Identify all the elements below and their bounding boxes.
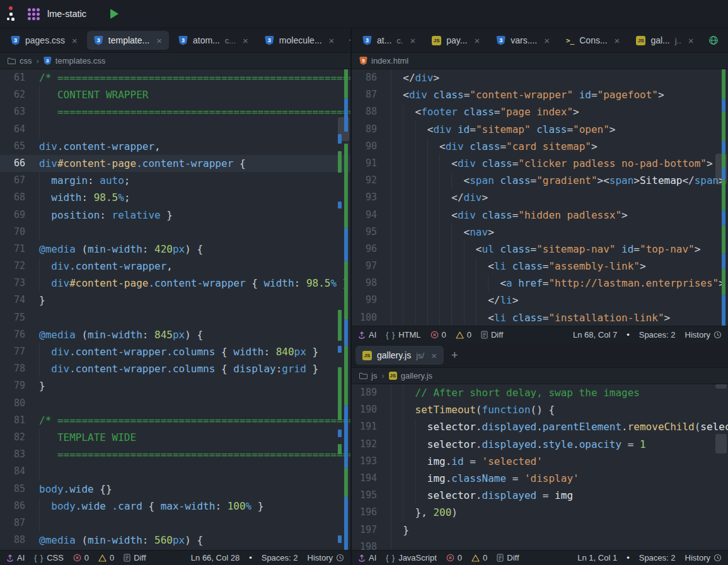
close-icon[interactable]: × (474, 35, 480, 46)
breadcrumb-item-gallery-js[interactable]: JSgallery.js (389, 371, 432, 380)
warnings-indicator[interactable]: 0 (98, 553, 114, 562)
code-line[interactable]: 194 img.className = 'display' (352, 470, 728, 487)
scrollbar[interactable] (713, 384, 728, 550)
code-line[interactable]: 63 =====================================… (0, 103, 350, 120)
language-selector[interactable]: { }JavaScript (386, 553, 437, 562)
errors-indicator[interactable]: 0 (73, 553, 89, 562)
code-line[interactable]: 94 <div class="hidden padlessx"> (352, 207, 728, 224)
code-line[interactable]: 88 <footer class="page index"> (352, 103, 728, 120)
tab-at[interactable]: 3at...c.× (355, 31, 422, 50)
code-editor[interactable]: 189 // After short delay, swap the image… (352, 384, 728, 550)
code-line[interactable]: 96 <ul class="sitemap-nav" id="top-nav"> (352, 241, 728, 258)
code-line[interactable]: 91 <div class="clicker padless no-pad-bo… (352, 155, 728, 172)
history-button[interactable]: History (685, 330, 722, 340)
code-line[interactable]: 81/* ===================================… (0, 412, 350, 429)
diff-button[interactable]: Diff (481, 330, 503, 340)
close-icon[interactable]: × (156, 35, 162, 46)
tab-vars[interactable]: 3vars....× (489, 31, 557, 50)
ai-button[interactable]: AI (358, 330, 376, 340)
code-line[interactable]: 73 div#content-page.content-wrapper { wi… (0, 275, 350, 292)
code-line[interactable]: 97 <li class="assembly-link"> (352, 258, 728, 275)
errors-indicator[interactable]: 0 (446, 553, 462, 562)
breadcrumb-item-templates-css[interactable]: 3templates.css (43, 56, 105, 66)
spaces-indicator[interactable]: Spaces: 2 (639, 553, 676, 562)
code-line[interactable]: 196 }, 200) (352, 504, 728, 521)
tab-gal[interactable]: JSgal...j..× (629, 31, 700, 50)
ai-button[interactable]: AI (6, 553, 25, 562)
workspace-grid-icon[interactable] (28, 8, 40, 20)
tab-atom[interactable]: 3atom...c...× (171, 31, 255, 50)
code-line[interactable]: 190 setTimeout(function() { (352, 401, 728, 418)
code-line[interactable]: 72 div.content-wrapper, (0, 258, 350, 275)
close-icon[interactable]: × (72, 35, 78, 46)
code-line[interactable]: 75 (0, 309, 350, 326)
breadcrumb-item-index-html[interactable]: 5index.html (359, 56, 408, 66)
code-line[interactable]: 191 selector.displayed.parentElement.rem… (352, 418, 728, 435)
project-name[interactable]: lme-static (47, 9, 86, 19)
code-line[interactable]: 78 div.content-wrapper.columns { display… (0, 360, 350, 377)
run-button[interactable] (107, 8, 122, 20)
code-line[interactable]: 76@media (min-width: 845px) { (0, 326, 350, 343)
code-line[interactable]: 87 <div class="content-wrapper" id="page… (352, 86, 728, 103)
code-line[interactable]: 62 CONTENT WRAPPER (0, 86, 350, 103)
cursor-position[interactable]: Ln 1, Col 1 (577, 553, 617, 562)
history-button[interactable]: History (308, 553, 344, 562)
close-icon[interactable]: × (410, 35, 415, 46)
globe-icon[interactable] (703, 35, 724, 45)
scrollbar[interactable] (335, 69, 350, 550)
breadcrumb-item-css[interactable]: css (8, 56, 32, 66)
warnings-indicator[interactable]: 0 (456, 330, 471, 340)
code-editor[interactable]: 86 </div>87 <div class="content-wrapper"… (352, 69, 728, 326)
code-line[interactable]: 67 margin: auto; (0, 172, 350, 189)
close-icon[interactable]: × (431, 350, 437, 361)
code-line[interactable]: 95 <nav> (352, 224, 728, 241)
code-line[interactable]: 65div.content-wrapper, (0, 138, 350, 155)
tab-gallery-js[interactable]: JSgallery.jsjs/× (355, 346, 444, 365)
code-line[interactable]: 198 (352, 539, 728, 550)
code-line[interactable]: 71@media (min-width: 420px) { (0, 241, 350, 258)
code-line[interactable]: 80 (0, 395, 350, 412)
app-menu-icon[interactable] (6, 6, 16, 23)
scrollbar-thumb[interactable] (715, 384, 727, 389)
code-line[interactable]: 93 </div> (352, 189, 728, 206)
tab-molecule[interactable]: 3molecule...× (258, 31, 341, 50)
breadcrumb-item-js[interactable]: js (359, 371, 377, 380)
cursor-position[interactable]: Ln 68, Col 7 (573, 330, 617, 340)
close-icon[interactable]: × (688, 35, 694, 46)
code-line[interactable]: 82 TEMPLATE WIDE (0, 429, 350, 446)
code-line[interactable]: 197 } (352, 522, 728, 539)
code-line[interactable]: 88@media (min-width: 560px) { (0, 532, 350, 549)
code-line[interactable]: 70 (0, 224, 350, 241)
code-line[interactable]: 86 body.wide .card { max-width: 100% } (0, 498, 350, 515)
warnings-indicator[interactable]: 0 (471, 553, 487, 562)
tab-pay[interactable]: JSpay...× (425, 31, 487, 50)
new-tab-icon[interactable]: + (344, 34, 350, 47)
errors-indicator[interactable]: 0 (430, 330, 446, 340)
code-line[interactable]: 64 (0, 121, 350, 138)
code-line[interactable]: 79} (0, 377, 350, 394)
code-line[interactable]: 195 selector.displayed = img (352, 487, 728, 504)
code-line[interactable]: 90 <div class="card sitemap"> (352, 138, 728, 155)
code-line[interactable]: 192 selector.displayed.style.opacity = 1 (352, 436, 728, 453)
code-line[interactable]: 99 </li> (352, 292, 728, 309)
close-icon[interactable]: × (615, 35, 620, 46)
scrollbar-thumb[interactable] (715, 434, 727, 454)
code-line[interactable]: 98 <a href="http://lastman.enterprises"> (352, 275, 728, 292)
scroll-tabs-icon[interactable]: › (726, 34, 728, 47)
tab-cons[interactable]: >_Cons...× (559, 31, 627, 50)
language-selector[interactable]: { }HTML (386, 330, 420, 340)
code-line[interactable]: 86 </div> (352, 69, 728, 86)
code-editor[interactable]: 61/* ===================================… (0, 69, 350, 550)
diff-button[interactable]: Diff (124, 553, 146, 562)
code-line[interactable]: 193 img.id = 'selected' (352, 453, 728, 470)
tab-template[interactable]: 3template...× (87, 31, 169, 50)
code-line[interactable]: 92 <span class="gradient"><span>Sitemap<… (352, 172, 728, 189)
cursor-position[interactable]: Ln 66, Col 28 (191, 553, 240, 562)
code-line[interactable]: 74} (0, 292, 350, 309)
code-line[interactable]: 77 div.content-wrapper.columns { width: … (0, 343, 350, 360)
code-line[interactable]: 68 width: 98.5%; (0, 189, 350, 206)
code-line[interactable]: 61/* ===================================… (0, 69, 350, 86)
tab-pages-css[interactable]: 3pages.css× (4, 31, 84, 50)
code-line[interactable]: 69 position: relative } (0, 207, 350, 224)
code-line[interactable]: 189 // After short delay, swap the image… (352, 384, 728, 401)
